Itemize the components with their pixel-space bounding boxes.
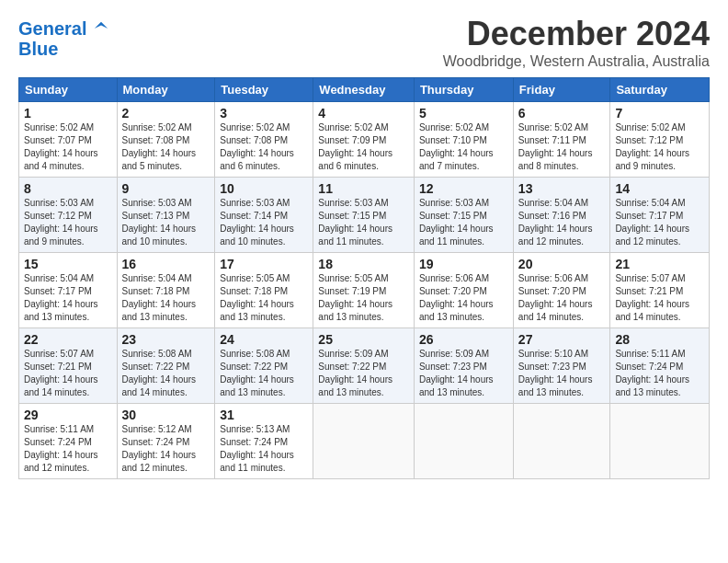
calendar-cell: 27Sunrise: 5:10 AMSunset: 7:23 PMDayligh… xyxy=(513,328,610,404)
day-info: Sunrise: 5:02 AMSunset: 7:12 PMDaylight:… xyxy=(615,121,704,173)
day-number: 2 xyxy=(122,106,210,121)
calendar-cell: 28Sunrise: 5:11 AMSunset: 7:24 PMDayligh… xyxy=(610,328,710,404)
day-info: Sunrise: 5:12 AMSunset: 7:24 PMDaylight:… xyxy=(122,423,210,475)
weekday-header: Thursday xyxy=(414,78,513,102)
calendar-cell: 2Sunrise: 5:02 AMSunset: 7:08 PMDaylight… xyxy=(117,102,215,178)
calendar-cell xyxy=(414,404,513,479)
header: General Blue December 2024 Woodbridge, W… xyxy=(18,15,710,70)
day-info: Sunrise: 5:11 AMSunset: 7:24 PMDaylight:… xyxy=(615,348,704,399)
weekday-header: Sunday xyxy=(19,78,118,102)
calendar-week-row: 15Sunrise: 5:04 AMSunset: 7:17 PMDayligh… xyxy=(19,253,710,328)
weekday-header: Saturday xyxy=(610,78,710,102)
calendar-cell: 21Sunrise: 5:07 AMSunset: 7:21 PMDayligh… xyxy=(610,253,710,328)
calendar-cell xyxy=(313,404,415,479)
calendar-cell: 8Sunrise: 5:03 AMSunset: 7:12 PMDaylight… xyxy=(19,178,118,253)
day-number: 9 xyxy=(122,181,210,196)
day-number: 12 xyxy=(419,181,508,196)
day-number: 20 xyxy=(518,257,606,271)
page: General Blue December 2024 Woodbridge, W… xyxy=(0,0,728,563)
logo: General Blue xyxy=(18,18,109,59)
day-info: Sunrise: 5:03 AMSunset: 7:15 PMDaylight:… xyxy=(419,197,508,248)
day-info: Sunrise: 5:13 AMSunset: 7:24 PMDaylight:… xyxy=(220,423,308,475)
calendar-cell: 22Sunrise: 5:07 AMSunset: 7:21 PMDayligh… xyxy=(19,328,118,404)
month-title: December 2024 xyxy=(443,15,710,53)
day-number: 5 xyxy=(419,106,508,121)
calendar-week-row: 22Sunrise: 5:07 AMSunset: 7:21 PMDayligh… xyxy=(19,328,710,404)
logo-blue: Blue xyxy=(18,39,109,59)
day-number: 19 xyxy=(419,257,508,271)
location-title: Woodbridge, Western Australia, Australia xyxy=(443,53,710,70)
day-number: 27 xyxy=(518,332,606,347)
day-number: 18 xyxy=(318,257,409,271)
calendar-body: 1Sunrise: 5:02 AMSunset: 7:07 PMDaylight… xyxy=(19,102,710,479)
weekday-header: Friday xyxy=(513,78,610,102)
day-number: 13 xyxy=(518,181,606,196)
logo-general: General xyxy=(18,18,86,39)
calendar-cell: 11Sunrise: 5:03 AMSunset: 7:15 PMDayligh… xyxy=(313,178,415,253)
day-number: 23 xyxy=(122,332,210,347)
calendar-cell: 5Sunrise: 5:02 AMSunset: 7:10 PMDaylight… xyxy=(414,102,513,178)
weekday-header: Wednesday xyxy=(313,78,415,102)
day-info: Sunrise: 5:03 AMSunset: 7:14 PMDaylight:… xyxy=(220,197,308,248)
logo-icon xyxy=(93,20,109,37)
day-info: Sunrise: 5:07 AMSunset: 7:21 PMDaylight:… xyxy=(615,272,704,324)
day-info: Sunrise: 5:02 AMSunset: 7:11 PMDaylight:… xyxy=(518,121,606,173)
day-number: 24 xyxy=(220,332,308,347)
title-area: December 2024 Woodbridge, Western Austra… xyxy=(443,15,710,70)
day-number: 21 xyxy=(615,257,704,271)
day-number: 8 xyxy=(24,181,112,196)
calendar-week-row: 29Sunrise: 5:11 AMSunset: 7:24 PMDayligh… xyxy=(19,404,710,479)
day-info: Sunrise: 5:05 AMSunset: 7:18 PMDaylight:… xyxy=(220,272,308,324)
svg-marker-0 xyxy=(95,22,108,29)
calendar-cell: 12Sunrise: 5:03 AMSunset: 7:15 PMDayligh… xyxy=(414,178,513,253)
day-number: 11 xyxy=(318,181,409,196)
day-number: 17 xyxy=(220,257,308,271)
day-info: Sunrise: 5:11 AMSunset: 7:24 PMDaylight:… xyxy=(24,423,112,475)
calendar-cell: 10Sunrise: 5:03 AMSunset: 7:14 PMDayligh… xyxy=(215,178,313,253)
day-info: Sunrise: 5:03 AMSunset: 7:13 PMDaylight:… xyxy=(122,197,210,248)
day-number: 25 xyxy=(318,332,409,347)
day-number: 31 xyxy=(220,408,308,422)
day-info: Sunrise: 5:06 AMSunset: 7:20 PMDaylight:… xyxy=(419,272,508,324)
day-number: 30 xyxy=(122,408,210,422)
day-info: Sunrise: 5:02 AMSunset: 7:08 PMDaylight:… xyxy=(122,121,210,173)
calendar-cell xyxy=(610,404,710,479)
day-info: Sunrise: 5:04 AMSunset: 7:18 PMDaylight:… xyxy=(122,272,210,324)
day-info: Sunrise: 5:07 AMSunset: 7:21 PMDaylight:… xyxy=(24,348,112,399)
day-info: Sunrise: 5:02 AMSunset: 7:07 PMDaylight:… xyxy=(24,121,112,173)
day-info: Sunrise: 5:08 AMSunset: 7:22 PMDaylight:… xyxy=(122,348,210,399)
day-number: 3 xyxy=(220,106,308,121)
calendar-cell: 1Sunrise: 5:02 AMSunset: 7:07 PMDaylight… xyxy=(19,102,118,178)
calendar-cell: 23Sunrise: 5:08 AMSunset: 7:22 PMDayligh… xyxy=(117,328,215,404)
calendar-cell: 4Sunrise: 5:02 AMSunset: 7:09 PMDaylight… xyxy=(313,102,415,178)
calendar-cell: 16Sunrise: 5:04 AMSunset: 7:18 PMDayligh… xyxy=(117,253,215,328)
calendar-cell: 20Sunrise: 5:06 AMSunset: 7:20 PMDayligh… xyxy=(513,253,610,328)
day-number: 15 xyxy=(24,257,112,271)
calendar-header-row: SundayMondayTuesdayWednesdayThursdayFrid… xyxy=(19,78,710,102)
day-info: Sunrise: 5:06 AMSunset: 7:20 PMDaylight:… xyxy=(518,272,606,324)
day-number: 16 xyxy=(122,257,210,271)
calendar-cell: 15Sunrise: 5:04 AMSunset: 7:17 PMDayligh… xyxy=(19,253,118,328)
calendar-cell: 3Sunrise: 5:02 AMSunset: 7:08 PMDaylight… xyxy=(215,102,313,178)
calendar-cell: 26Sunrise: 5:09 AMSunset: 7:23 PMDayligh… xyxy=(414,328,513,404)
weekday-header: Monday xyxy=(117,78,215,102)
calendar-cell: 29Sunrise: 5:11 AMSunset: 7:24 PMDayligh… xyxy=(19,404,118,479)
calendar: SundayMondayTuesdayWednesdayThursdayFrid… xyxy=(18,77,710,479)
calendar-cell: 6Sunrise: 5:02 AMSunset: 7:11 PMDaylight… xyxy=(513,102,610,178)
day-number: 1 xyxy=(24,106,112,121)
day-number: 4 xyxy=(318,106,409,121)
day-number: 22 xyxy=(24,332,112,347)
day-info: Sunrise: 5:04 AMSunset: 7:16 PMDaylight:… xyxy=(518,197,606,248)
calendar-cell: 25Sunrise: 5:09 AMSunset: 7:22 PMDayligh… xyxy=(313,328,415,404)
day-number: 29 xyxy=(24,408,112,422)
day-info: Sunrise: 5:03 AMSunset: 7:15 PMDaylight:… xyxy=(318,197,409,248)
day-info: Sunrise: 5:02 AMSunset: 7:09 PMDaylight:… xyxy=(318,121,409,173)
day-info: Sunrise: 5:08 AMSunset: 7:22 PMDaylight:… xyxy=(220,348,308,399)
weekday-header: Tuesday xyxy=(215,78,313,102)
calendar-cell xyxy=(513,404,610,479)
day-info: Sunrise: 5:03 AMSunset: 7:12 PMDaylight:… xyxy=(24,197,112,248)
day-number: 10 xyxy=(220,181,308,196)
calendar-cell: 24Sunrise: 5:08 AMSunset: 7:22 PMDayligh… xyxy=(215,328,313,404)
calendar-cell: 7Sunrise: 5:02 AMSunset: 7:12 PMDaylight… xyxy=(610,102,710,178)
day-number: 28 xyxy=(615,332,704,347)
